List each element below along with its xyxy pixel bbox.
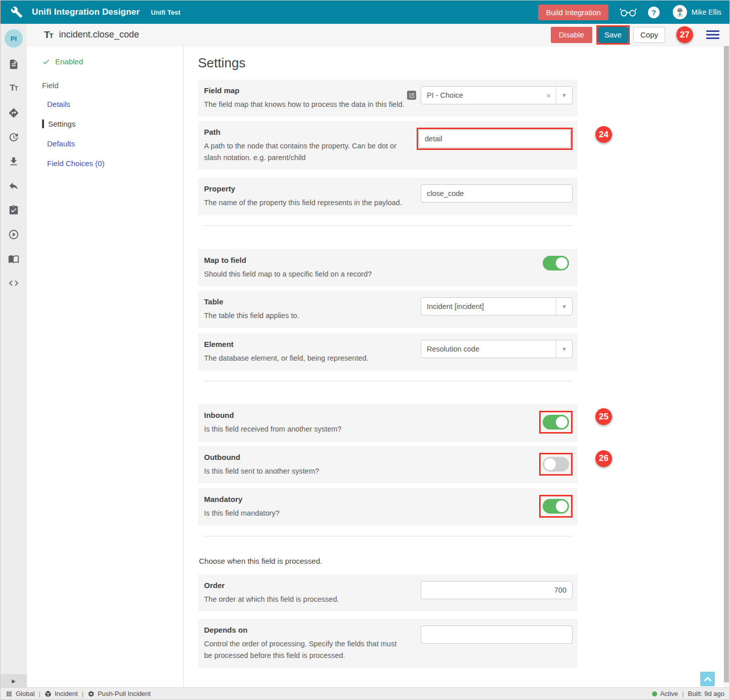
path-input[interactable] [419, 130, 571, 148]
outbound-label: Outbound [204, 453, 407, 461]
settings-panel: Settings Field map The field map that kn… [184, 46, 723, 687]
task-check-icon[interactable] [8, 205, 19, 216]
status-active-dot [652, 691, 657, 696]
inbound-row: Inbound Is this field received from anot… [198, 404, 578, 441]
environment-name: Unifi Test [151, 9, 180, 16]
annotation-circle-26: 26 [595, 450, 612, 467]
property-desc: The name of the property this field repr… [204, 197, 407, 208]
element-row: Element The database element, or field, … [198, 333, 578, 370]
nav-item-details[interactable]: Details [47, 100, 183, 108]
status-segment: Active [652, 690, 678, 697]
mandatory-toggle[interactable] [543, 499, 569, 514]
map-to-field-label: Map to field [204, 256, 407, 264]
depends-on-input[interactable] [421, 626, 573, 644]
menu-icon[interactable] [706, 28, 719, 41]
user-avatar[interactable] [673, 5, 687, 19]
preview-glasses-icon[interactable] [620, 7, 637, 18]
depends-on-label: Depends on [204, 626, 407, 634]
chevron-up-icon [704, 677, 711, 681]
inbound-label: Inbound [204, 411, 407, 419]
path-label: Path [204, 128, 407, 136]
table-row: Table The table this field applies to. I… [198, 291, 578, 328]
user-avatar-icon [673, 5, 687, 19]
process-note: Choose when this field is processed. [199, 557, 578, 565]
section-divider [203, 225, 573, 226]
mandatory-label: Mandatory [204, 495, 407, 503]
property-row: Property The name of the property this f… [198, 178, 578, 215]
element-label: Element [204, 340, 407, 348]
vertical-scrollbar[interactable] [723, 24, 729, 687]
scrollbar-thumb[interactable] [724, 26, 729, 682]
path-row: Path A path to the node that contains th… [198, 121, 578, 170]
chevron-down-icon[interactable]: ▼ [556, 87, 572, 104]
page-title: Settings [198, 55, 723, 71]
integration-segment[interactable]: Incident [45, 690, 78, 697]
field-map-combobox[interactable]: PI - Choice × ▼ [421, 86, 573, 104]
field-map-desc: The field map that knows how to process … [204, 99, 407, 110]
scroll-to-top-button[interactable] [700, 672, 715, 686]
scope-label: Global [16, 690, 35, 697]
process-segment[interactable]: Push-Pull Incident [88, 690, 151, 697]
annotation-circle-24: 24 [595, 126, 612, 143]
nav-enabled[interactable]: Enabled [42, 57, 183, 66]
integration-label: Incident [55, 690, 78, 697]
order-input[interactable] [421, 581, 573, 599]
annotation-circle-27: 27 [676, 26, 693, 43]
copy-button[interactable]: Copy [633, 27, 665, 43]
user-name[interactable]: Mike Ellis [692, 8, 721, 16]
element-value: Resolution code [421, 345, 556, 353]
check-icon [42, 58, 50, 66]
process-label: Push-Pull Incident [98, 690, 151, 697]
map-to-field-row: Map to field Should this field map to a … [198, 249, 578, 286]
clear-icon[interactable]: × [541, 91, 556, 100]
inbound-annotation-box [539, 411, 573, 434]
product-title: Unifi Integration Designer [32, 7, 140, 17]
help-glyph: ? [652, 8, 656, 17]
text-field-icon[interactable]: TT [1, 83, 27, 95]
path-annotation-box [417, 128, 573, 150]
field-map-label: Field map [204, 86, 407, 95]
record-nav: Enabled Field Details Settings Defaults … [27, 46, 184, 687]
gear-icon [88, 690, 95, 697]
nav-enabled-label: Enabled [55, 57, 83, 66]
save-button[interactable]: Save [598, 27, 628, 43]
save-annotation-box: Save [596, 25, 630, 45]
order-label: Order [204, 581, 407, 590]
integration-avatar[interactable]: PI [5, 29, 23, 48]
record-toolbar: TT incident.close_code Disable Save Copy… [27, 24, 729, 46]
table-desc: The table this field applies to. [204, 310, 407, 321]
order-row: Order The order at which this field is p… [198, 574, 578, 611]
map-to-field-desc: Should this field map to a specific fiel… [204, 268, 407, 280]
sidebar-expand-button[interactable]: ▶ [1, 674, 27, 687]
disable-button[interactable]: Disable [551, 27, 592, 43]
history-icon[interactable] [8, 132, 19, 143]
nav-item-settings[interactable]: Settings [42, 120, 183, 128]
nav-item-defaults[interactable]: Defaults [47, 139, 183, 148]
map-to-field-toggle[interactable] [543, 256, 569, 270]
open-record-icon[interactable] [407, 91, 416, 100]
document-icon[interactable] [8, 59, 19, 70]
inbound-toggle[interactable] [543, 415, 569, 430]
help-icon[interactable]: ? [648, 7, 660, 18]
download-icon[interactable] [8, 156, 19, 167]
scope-segment[interactable]: Global [6, 690, 35, 697]
play-circle-icon[interactable] [8, 229, 19, 240]
outbound-desc: Is this field sent to another system? [204, 465, 407, 477]
outbound-toggle[interactable] [543, 457, 569, 472]
book-icon[interactable] [8, 253, 19, 264]
element-desc: The database element, or field, being re… [204, 353, 407, 364]
mandatory-row: Mandatory Is this field mandatory? [198, 488, 578, 525]
table-select[interactable]: Incident [incident] ▼ [421, 297, 573, 316]
code-icon[interactable] [8, 278, 19, 289]
outbound-annotation-box [539, 453, 573, 476]
directions-icon[interactable] [8, 107, 19, 119]
nav-item-field-choices[interactable]: Field Choices (0) [47, 159, 183, 168]
status-label: Active [660, 690, 678, 697]
grid-icon [6, 690, 13, 697]
property-input[interactable] [421, 184, 573, 203]
element-select[interactable]: Resolution code ▼ [421, 340, 573, 358]
build-integration-button[interactable]: Build Integration [538, 5, 608, 20]
reply-icon[interactable] [8, 180, 19, 191]
nav-section-field: Field [42, 81, 183, 90]
mandatory-annotation-box [539, 495, 573, 518]
